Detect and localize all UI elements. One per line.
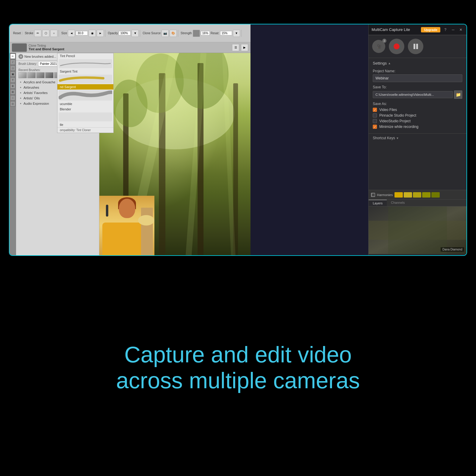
help-button[interactable]: ? (443, 27, 448, 32)
clone-tool[interactable]: ⊙ (10, 101, 15, 107)
headset-mic (106, 205, 108, 217)
crop-tool[interactable]: ⊕ (10, 83, 15, 89)
brush-item-ucumble[interactable]: ucumble (57, 101, 113, 107)
bottom-text-section: Capture and edit video across multiple c… (0, 259, 476, 476)
opacity-arrow[interactable]: ▼ (131, 30, 139, 37)
pause-button[interactable] (408, 39, 423, 54)
size-circle[interactable]: ◉ (89, 30, 96, 37)
size-value[interactable]: 30.0 (76, 31, 88, 35)
record-button[interactable] (389, 39, 404, 54)
save-to-label: Save To: (373, 85, 462, 89)
brush-item-nd-sargent[interactable]: nd Sargent (57, 84, 113, 90)
size-arrow-left[interactable]: ◄ (68, 30, 75, 37)
canvas-area (99, 53, 250, 255)
size-label: Size (61, 32, 67, 35)
upgrade-button[interactable]: Upgrade (421, 27, 440, 32)
swatch-1[interactable] (394, 192, 403, 198)
toolbar-section-clone: Clone Source 📷 🎨 (141, 30, 178, 37)
swatch-4[interactable] (422, 192, 430, 198)
tab-channels[interactable]: Channels (387, 200, 409, 206)
checkbox-row-pinnacle: Pinnacle Studio Project (373, 113, 462, 118)
webcam-person (99, 196, 154, 255)
shortcut-keys-row[interactable]: Shortcut Keys ▼ (369, 133, 466, 143)
toolbar-section-size: Size ◄ 30.0 ◉ ► (60, 30, 105, 37)
cam-count-badge: 2 (382, 39, 386, 43)
brush-item-tle-label: tle (60, 123, 63, 126)
left-toolbox: ✏ / ◇ ▣ T ⊕ ⊞ ○ ⊙ (10, 53, 16, 255)
opacity-value[interactable]: 100% (119, 31, 131, 35)
clone-btn-1[interactable]: 📷 (162, 30, 169, 37)
recent-brush-3[interactable] (36, 72, 45, 78)
svg-rect-13 (388, 206, 447, 254)
multicam-panel: MultiCam Capture Lite Upgrade ? ─ ✕ 🎥 2 (368, 24, 466, 255)
resat-value[interactable]: 15% (220, 31, 232, 35)
checkbox-row-video-files: Video Files (373, 108, 462, 112)
new-brushes-text: New brushes added... (24, 55, 56, 58)
recent-brush-4[interactable] (45, 72, 54, 78)
brush-item-tle[interactable]: tle (57, 122, 113, 127)
eraser-tool[interactable]: / (10, 60, 15, 65)
harmonies-label: Harmonies (377, 193, 393, 197)
brush-item-tint-pencil-label: Tint Pencil (60, 54, 75, 58)
tab-channels-label: Channels (391, 201, 405, 204)
shortcut-keys-label: Shortcut Keys (373, 136, 395, 140)
checkbox-videostudio[interactable] (373, 119, 377, 123)
sargent-tint-preview (59, 75, 112, 84)
tab-layers[interactable]: Layers (369, 200, 387, 206)
harmonies-icon: ⬛ (371, 193, 375, 197)
brush-expand-btn[interactable]: ▶ (241, 44, 248, 51)
strength-swatch[interactable] (193, 30, 200, 37)
compatibility-label: ompatibility: (60, 129, 76, 132)
brush-item-blender[interactable]: Blender (57, 107, 113, 112)
settings-header: Settings ▲ (373, 61, 462, 65)
svg-line-10 (224, 53, 233, 255)
lasso-tool[interactable]: ○ (10, 95, 15, 101)
checkbox-pinnacle[interactable] (373, 113, 377, 118)
brush-options-btn[interactable]: ☰ (232, 44, 239, 51)
close-button[interactable]: ✕ (458, 27, 464, 32)
person-head (119, 199, 135, 218)
recent-brush-2[interactable] (27, 72, 36, 78)
brush-category: Clone Tinting (29, 44, 64, 47)
project-name-label: Project Name: (373, 69, 462, 73)
category-audio-label: Audio Expression (24, 102, 49, 105)
resat-label: Resat: (211, 32, 219, 35)
toolbar-section-strength: Strength 16% Resat: 15% ▼ (179, 30, 242, 37)
brush-item-sargent-tint[interactable]: Sargent Tint (57, 69, 113, 74)
brush-item-blender-label: Blender (60, 107, 71, 111)
recent-brush-1[interactable] (18, 72, 27, 78)
clone-btn-2[interactable]: 🎨 (170, 30, 177, 37)
shape-tool[interactable]: ◇ (10, 65, 15, 71)
checkbox-video-files[interactable] (373, 108, 377, 112)
stroke-btn-3[interactable]: ○ (50, 30, 57, 37)
checkbox-video-files-label: Video Files (379, 108, 397, 112)
swatch-2[interactable] (404, 192, 412, 198)
resat-arrow[interactable]: ▼ (233, 30, 240, 37)
shortcut-arrow-icon: ▼ (396, 137, 399, 140)
swatch-5[interactable] (431, 192, 440, 198)
size-arrow-right[interactable]: ► (97, 30, 104, 37)
minimize-button[interactable]: ─ (450, 27, 456, 32)
checkbox-row-minimize: Minimize while recording (373, 125, 462, 129)
strength-label: Strength (181, 32, 192, 35)
brush-info-text: Clone Tinting Tint and Blend Sargent (29, 44, 64, 51)
compatibility-value: Tint Cloner (76, 129, 91, 132)
brush-item-sargent-tint-label: Sargent Tint (60, 70, 77, 73)
strength-value: 16% (201, 31, 210, 35)
color-swatches (394, 192, 440, 198)
select-tool[interactable]: ⊞ (10, 89, 15, 95)
brush-item-tint-pencil[interactable]: Tint Pencil (57, 53, 113, 59)
nd-sargent-preview (59, 90, 112, 101)
checkbox-row-videostudio: VideoStudio Project (373, 119, 462, 123)
folder-browse-button[interactable]: 📁 (454, 90, 462, 99)
checkbox-minimize[interactable] (373, 125, 377, 129)
fill-tool[interactable]: ▣ (10, 71, 15, 77)
swatch-3[interactable] (413, 192, 421, 198)
project-name-input[interactable] (373, 74, 462, 82)
text-tool[interactable]: T (10, 77, 15, 83)
toolbar-section-stroke: Stroke ✏ ⬡ ○ (24, 30, 59, 37)
brush-tool[interactable]: ✏ (10, 54, 15, 59)
stroke-btn-1[interactable]: ✏ (34, 30, 41, 37)
stroke-btn-2[interactable]: ⬡ (42, 30, 49, 37)
layer-preview-svg (369, 206, 466, 254)
